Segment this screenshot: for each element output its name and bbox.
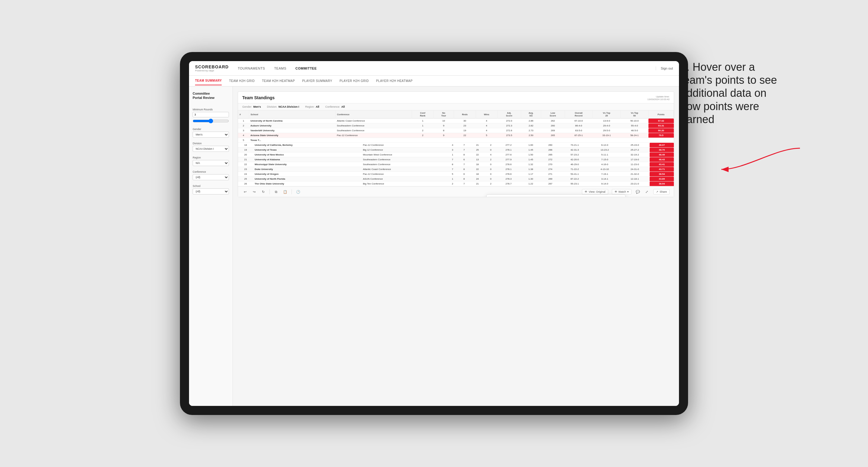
table-row[interactable]: 20 University of New Mexico Mountain Wes… xyxy=(238,152,674,157)
table-row[interactable]: 25 University of North Florida ASUN Conf… xyxy=(238,177,674,182)
toolbar-divider-1 xyxy=(270,189,270,194)
sidebar-division-label: Division xyxy=(193,142,229,145)
filter-division-value: NCAA Division I xyxy=(279,105,299,108)
table-row[interactable]: 5 Texas T... xyxy=(238,138,674,143)
sidebar-region-label: Region xyxy=(193,156,229,159)
overall: 86-4-0 xyxy=(565,123,592,128)
popup-col-rank-impact: Rank Impact xyxy=(595,196,611,197)
top-nav: SCOREBOARD Powered by clippi TOURNAMENTS… xyxy=(189,61,679,75)
table-row[interactable]: 22 Mississippi State University Southeas… xyxy=(238,162,674,167)
watch-icon: 👁 xyxy=(615,190,617,193)
update-time: Update time: 13/03/2024 10:03:42 xyxy=(648,95,670,101)
sidebar-conference-select[interactable]: (All) xyxy=(193,174,229,180)
filter-gender-label: Gender: xyxy=(242,105,252,108)
overall xyxy=(565,138,592,143)
points[interactable]: 97.02 xyxy=(648,119,674,123)
table-row[interactable]: 26 The Ohio State University Big Ten Con… xyxy=(238,182,674,186)
tab-team-summary[interactable]: TEAM SUMMARY xyxy=(195,76,222,85)
table-row[interactable]: 19 University of Texas Big 12 Conference… xyxy=(238,148,674,152)
filter-conference-label: Conference: xyxy=(325,105,340,108)
adj-score: 272.3 xyxy=(497,123,521,128)
refresh-icon[interactable]: ↻ xyxy=(260,189,266,194)
avg-sg: 2.86 xyxy=(521,119,541,123)
undo-icon[interactable]: ↩ xyxy=(242,189,248,194)
tab-team-h2h-heatmap[interactable]: TEAM H2H HEATMAP xyxy=(262,77,295,85)
expand-icon[interactable]: ⤢ xyxy=(644,189,650,194)
sidebar-min-rounds-input[interactable] xyxy=(193,112,229,117)
table-row[interactable]: 24 University of Oregon Pac-12 Conferenc… xyxy=(238,172,674,177)
redo-icon[interactable]: ↪ xyxy=(251,189,257,194)
tab-team-h2h-grid[interactable]: TEAM H2H GRID xyxy=(229,77,255,85)
tab-player-h2h-heatmap[interactable]: PLAYER H2H HEATMAP xyxy=(376,77,412,85)
vs-top50: 55-4-0 xyxy=(621,123,648,128)
popup-col-rank: # xyxy=(489,196,494,197)
table-row[interactable]: 21 University of Alabama Southeastern Co… xyxy=(238,157,674,162)
sign-out-button[interactable]: Sign out xyxy=(656,66,673,70)
avg-sg: 2.50 xyxy=(521,133,541,138)
sidebar-gender-select[interactable]: Men's xyxy=(193,131,229,137)
tab-player-summary[interactable]: PLAYER SUMMARY xyxy=(302,77,332,85)
rank: 5 xyxy=(238,138,249,143)
table-row[interactable]: 1 University of North Carolina Atlantic … xyxy=(238,119,674,123)
standings-table-lower: 18 University of California, Berkeley Pa… xyxy=(238,143,674,186)
table-row[interactable]: 23 Duke University Atlantic Coast Confer… xyxy=(238,167,674,172)
conference xyxy=(335,138,412,143)
table-row[interactable]: 2 Auburn University Southeastern Confere… xyxy=(238,123,674,128)
nav-tournaments[interactable]: TOURNAMENTS xyxy=(238,65,265,71)
main-content: CommitteePortal Review Minimum Rounds Ge… xyxy=(189,87,679,406)
sidebar-school-label: School xyxy=(193,185,229,188)
table-row[interactable]: 18 University of California, Berkeley Pa… xyxy=(238,143,674,148)
low-score: 265 xyxy=(541,133,565,138)
sidebar-school-select[interactable]: (All) xyxy=(193,188,229,194)
rnds xyxy=(454,138,476,143)
watch-button[interactable]: 👁 Watch ▾ xyxy=(612,189,631,194)
school: University of North Carolina xyxy=(249,119,335,123)
share-label: Share xyxy=(660,190,667,193)
vs-top25 xyxy=(592,138,620,143)
sidebar-section-region: Region N/A xyxy=(193,156,229,166)
nav-committee[interactable]: COMMITTEE xyxy=(296,65,317,71)
conference: Pac-12 Conference xyxy=(335,133,412,138)
standings-container: Team Standings Update time: 13/03/2024 1… xyxy=(238,91,674,197)
tab-player-h2h-grid[interactable]: PLAYER H2H GRID xyxy=(340,77,369,85)
sidebar-min-rounds-slider[interactable] xyxy=(193,119,229,123)
view-original-button[interactable]: 👁 View: Original xyxy=(582,189,608,194)
filter-region-value: All xyxy=(316,105,319,108)
comment-icon[interactable]: 💬 xyxy=(635,189,641,194)
points[interactable]: 93.31 xyxy=(648,123,674,128)
table-row-highlighted[interactable]: 4 Arizona State University Pac-12 Confer… xyxy=(238,133,674,138)
sidebar-section-rounds: Minimum Rounds xyxy=(193,108,229,123)
sidebar-conference-label: Conference xyxy=(193,170,229,173)
copy-icon[interactable]: ⧉ xyxy=(273,189,279,194)
wins: 4 xyxy=(476,128,497,133)
points[interactable]: 90.20 xyxy=(648,128,674,133)
points[interactable]: 79.5 xyxy=(648,133,674,138)
col-school: School xyxy=(249,111,335,119)
table-row[interactable]: 3 Vanderbilt University Southeastern Con… xyxy=(238,128,674,133)
clock-icon[interactable]: 🕐 xyxy=(296,189,301,194)
conference: Southeastern Conference xyxy=(335,123,412,128)
avg-sg xyxy=(521,138,541,143)
annotation-area: 4. Hover over a team's points to see add… xyxy=(681,61,789,132)
no-tour: 9 xyxy=(434,123,454,128)
sidebar-section-gender: Gender Men's xyxy=(193,128,229,137)
sidebar-region-select[interactable]: N/A xyxy=(193,160,229,166)
paste-icon[interactable]: 📋 xyxy=(282,189,288,194)
filter-region: Region: All xyxy=(305,105,319,108)
annotation-text: 4. Hover over a team's points to see add… xyxy=(681,61,789,126)
no-tour: 9 xyxy=(434,133,454,138)
rank: 1 xyxy=(238,119,249,123)
points xyxy=(648,138,674,143)
standings-header: Team Standings Update time: 13/03/2024 1… xyxy=(238,92,674,103)
logo-sub: Powered by clippi xyxy=(195,69,229,72)
low-score xyxy=(541,138,565,143)
sidebar-section-division: Division NCAA Division I xyxy=(193,142,229,152)
avg-sg: 2.82 xyxy=(521,123,541,128)
nav-teams[interactable]: TEAMS xyxy=(274,65,286,71)
toolbar-divider-2 xyxy=(291,189,292,194)
rank: 18 xyxy=(238,143,253,148)
sidebar-division-select[interactable]: NCAA Division I xyxy=(193,146,229,152)
red-arrow xyxy=(715,145,806,182)
content-area: Team Standings Update time: 13/03/2024 1… xyxy=(233,87,679,406)
share-button[interactable]: ↗ Share xyxy=(653,189,670,194)
